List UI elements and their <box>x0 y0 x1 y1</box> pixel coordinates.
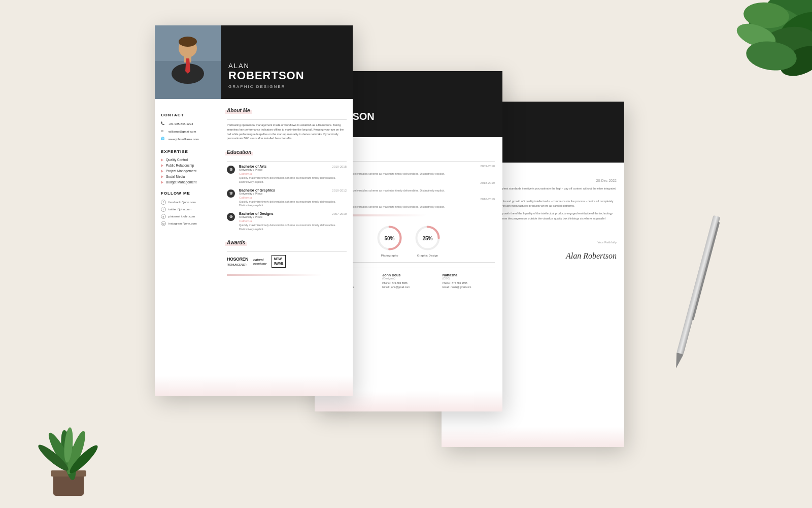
edu-desc: Quickly maximize timely deliverables sch… <box>239 200 347 208</box>
resume-header: ALAN ROBERTSON GRAPHIC DESIGNER <box>155 25 353 99</box>
edu-degree: Bachelor of Arts <box>239 165 266 168</box>
edu-year: 2007-2010 <box>332 212 347 215</box>
skill-percent: 50% <box>384 235 394 241</box>
ref-item-3: Nattasha (CEO) Phone : 876 886 9895 Emai… <box>443 273 495 289</box>
edu-details: Bachelor of Arts 2010-2015 University / … <box>239 165 347 184</box>
skill-graphic-design: 25% Graphic Design <box>414 224 442 257</box>
edu-details: Bachelor of Designs 2007-2010 University… <box>239 212 347 231</box>
phone-icon: 📞 <box>161 121 166 126</box>
exp-year: 2016-2019 <box>480 198 495 201</box>
expertise-item: Quality Control <box>161 158 215 162</box>
phone-item: 📞 +81 985 845 1234 <box>161 121 215 126</box>
education-title: Education <box>227 149 251 155</box>
expertise-label: Social Media <box>166 175 185 178</box>
edu-degree: Bachelor of Graphics <box>239 188 275 192</box>
edu-year: 2010-2015 <box>332 165 347 168</box>
ref-item-2: John Deus (Designer) Phone : 876-886 888… <box>382 273 434 289</box>
instagram-icon: ig <box>161 221 166 226</box>
svg-point-22 <box>179 37 197 47</box>
contact-section-title: Contact <box>161 113 184 117</box>
edu-desc: Quickly maximize timely deliverables sch… <box>239 224 347 231</box>
pinterest-link: pinterest / john.com <box>168 215 195 218</box>
plant-decoration-top-right <box>700 0 812 102</box>
edu-location: California <box>239 219 347 223</box>
edu-location: California <box>239 172 347 175</box>
ref-title: (Designer) <box>382 277 434 280</box>
edu-icon <box>227 166 235 174</box>
exp-year: 2009-2010 <box>480 165 495 168</box>
edu-school: University / Place <box>239 192 347 195</box>
website-icon: 🌐 <box>161 137 166 142</box>
ref-title: (CEO) <box>443 277 495 280</box>
award-logo-hosoren: HOSORENPREMIUM DEALER <box>227 257 248 267</box>
ref-name: Nattasha <box>443 273 495 277</box>
edu-icon <box>227 189 235 198</box>
pen-decoration <box>670 215 721 374</box>
education-item-1: Bachelor of Arts 2010-2015 University / … <box>227 165 347 184</box>
email-item: ✉ williams@gmail.com <box>161 129 215 134</box>
award-logo-natural: naturalmineral water <box>253 258 266 265</box>
ref-email: Email : nusta@gmail.com <box>443 285 495 290</box>
ref-phone: Phone : 876 886 9895 <box>443 281 495 285</box>
email-icon: ✉ <box>161 129 166 134</box>
instagram-link: instagram / john.com <box>168 222 197 225</box>
skill-percent: 25% <box>422 235 432 241</box>
facebook-icon: f <box>161 200 166 205</box>
first-name: ALAN <box>228 62 304 70</box>
edu-degree: Bachelor of Designs <box>239 212 274 215</box>
expertise-label: Project Management <box>166 169 196 173</box>
resume-body: Contact 📞 +81 985 845 1234 ✉ williams@gm… <box>155 99 353 396</box>
plant-decoration-bottom-left <box>30 415 107 498</box>
expertise-item: Public Relationship <box>161 164 215 167</box>
pink-accent-bar <box>227 274 323 276</box>
edu-year: 2010-2012 <box>332 189 347 192</box>
resume-content: About Me Podcasting operational manageme… <box>221 99 353 396</box>
third-page-pink-bottom <box>442 427 624 447</box>
ref-email: Email : john@gmail.com <box>382 285 434 290</box>
skill-label: Graphic Design <box>414 254 442 257</box>
expertise-item: Project Management <box>161 169 215 173</box>
education-item-3: Bachelor of Designs 2007-2010 University… <box>227 212 347 231</box>
facebook-link: facebook / john.com <box>168 201 196 204</box>
job-title: GRAPHIC DESIGNER <box>228 84 304 89</box>
ref-name: John Deus <box>382 273 434 277</box>
social-item-instagram: ig instagram / john.com <box>161 221 215 226</box>
website-url: www.johnwilliams.com <box>168 138 199 141</box>
expertise-item: Budget Management <box>161 180 215 184</box>
page-pink-bottom <box>155 376 353 396</box>
expertise-item: Social Media <box>161 175 215 178</box>
expertise-section-title: Expertise <box>161 149 188 154</box>
twitter-icon: t <box>161 207 166 212</box>
awards-title: Awards <box>227 240 245 245</box>
expertise-label: Public Relationship <box>166 164 194 167</box>
header-name: ALAN ROBERTSON GRAPHIC DESIGNER <box>221 52 312 99</box>
edu-location: California <box>239 196 347 199</box>
email-address: williams@gmail.com <box>168 130 196 133</box>
edu-icon <box>227 213 235 221</box>
skill-label: Photography <box>376 254 403 257</box>
education-item-2: Bachelor of Graphics 2010-2012 Universit… <box>227 188 347 208</box>
education-section: Education Bachelor of Arts 2010-2015 Uni… <box>227 147 347 231</box>
edu-desc: Quickly maximize timely deliverables sch… <box>239 176 347 184</box>
awards-section: Awards HOSORENPREMIUM DEALER naturalmine… <box>227 237 347 268</box>
social-item-twitter: t twitter / john.com <box>161 207 215 212</box>
phone-number: +81 985 845 1234 <box>168 122 193 125</box>
edu-school: University / Place <box>239 215 347 218</box>
social-item-pinterest: p pinterest / john.com <box>161 214 215 219</box>
follow-section-title: Follow me <box>161 191 190 196</box>
resume-sidebar: Contact 📞 +81 985 845 1234 ✉ williams@gm… <box>155 99 221 396</box>
twitter-link: twitter / john.com <box>168 208 191 211</box>
award-logo-new-wave: NEWWAVE <box>272 255 286 268</box>
about-section: About Me Podcasting operational manageme… <box>227 105 347 141</box>
pinterest-icon: p <box>161 214 166 219</box>
profile-photo <box>155 25 221 99</box>
about-title: About Me <box>227 108 250 113</box>
skill-photography: 50% Photography <box>376 224 403 257</box>
edu-school: University / Place <box>239 168 347 171</box>
last-name: ROBERTSON <box>228 70 304 82</box>
expertise-label: Budget Management <box>166 180 196 184</box>
social-item-facebook: f facebook / john.com <box>161 200 215 205</box>
awards-logos: HOSORENPREMIUM DEALER naturalmineral wat… <box>227 255 347 268</box>
expertise-label: Quality Control <box>166 158 188 162</box>
website-item: 🌐 www.johnwilliams.com <box>161 137 215 142</box>
